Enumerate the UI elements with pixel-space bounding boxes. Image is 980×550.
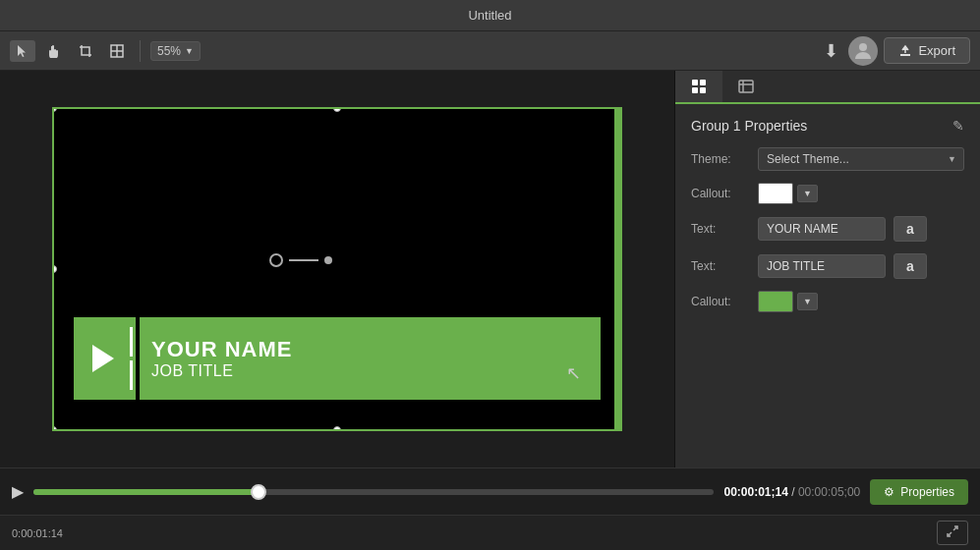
properties-btn-label: Properties	[900, 485, 954, 499]
text1-row: Text: a	[691, 216, 964, 242]
callout2-color-row: ▼	[758, 291, 818, 312]
crop-tool-btn[interactable]	[73, 40, 98, 62]
theme-select-wrapper[interactable]: Select Theme...	[758, 147, 964, 171]
main-content: YOUR NAME JOB TITLE ↖	[0, 71, 980, 468]
handle-br[interactable]	[617, 426, 622, 431]
callout1-row: Callout: ▼	[691, 183, 964, 204]
edit-icon[interactable]: ✎	[952, 118, 964, 134]
group-properties-title: Group 1 Properties	[691, 118, 807, 134]
right-panel: Group 1 Properties ✎ Theme: Select Theme…	[675, 71, 980, 468]
panel-tabs	[675, 71, 980, 104]
properties-btn[interactable]: ⚙ Properties	[870, 479, 968, 505]
handle-bc[interactable]	[333, 426, 341, 431]
timeline-progress	[33, 489, 259, 495]
export-btn[interactable]: Export	[884, 37, 970, 64]
svg-rect-10	[700, 87, 706, 93]
bar-2	[130, 360, 133, 390]
text1-font-btn[interactable]: a	[894, 216, 927, 242]
svg-rect-8	[700, 80, 706, 85]
callout1-swatch[interactable]	[758, 183, 793, 204]
play-btn[interactable]: ▶	[12, 482, 24, 501]
play-icon-area	[74, 317, 128, 400]
title-bar: Untitled	[0, 0, 980, 31]
expand-btn[interactable]	[937, 521, 968, 545]
tab-properties[interactable]	[675, 71, 722, 104]
svg-rect-7	[692, 80, 698, 85]
callout1-label: Callout:	[691, 187, 750, 200]
theme-label: Theme:	[691, 152, 750, 166]
right-accent	[614, 109, 620, 429]
motion-path	[269, 253, 332, 267]
text2-label: Text:	[691, 259, 750, 273]
timeline: ▶ 00:00:01;14 / 00:00:05;00 ⚙ Properties	[0, 468, 980, 515]
status-right	[937, 521, 968, 545]
handle-mr[interactable]	[617, 265, 622, 273]
download-btn[interactable]: ⬇	[820, 36, 842, 66]
properties-tab-icon	[691, 79, 707, 94]
select-tool-btn[interactable]	[10, 40, 35, 62]
lower-third-name: YOUR NAME	[151, 337, 589, 362]
avatar	[848, 36, 878, 66]
callout2-swatch[interactable]	[758, 291, 793, 312]
svg-rect-9	[692, 87, 698, 93]
export-label: Export	[918, 43, 955, 58]
window-title: Untitled	[468, 8, 511, 23]
lower-third-text-area: YOUR NAME JOB TITLE	[140, 317, 601, 400]
theme-select[interactable]: Select Theme...	[758, 147, 964, 171]
current-time: 00:00:01;14	[723, 485, 787, 499]
handle-tc[interactable]	[333, 107, 341, 112]
text2-font-btn[interactable]: a	[894, 253, 927, 279]
motion-circle	[269, 253, 283, 267]
theme-row: Theme: Select Theme...	[691, 147, 964, 171]
timeline-bar[interactable]	[33, 489, 714, 495]
bars-area	[128, 317, 136, 400]
zoom-level: 55%	[157, 44, 181, 58]
timeline-thumb[interactable]	[251, 484, 266, 500]
toolbar: 55% ▼ ⬇ Export	[0, 31, 980, 71]
callout2-row: Callout: ▼	[691, 291, 964, 312]
handle-tl[interactable]	[52, 107, 57, 112]
motion-dot	[324, 256, 332, 264]
time-separator: /	[791, 485, 794, 499]
hand-tool-btn[interactable]	[41, 40, 67, 62]
text1-label: Text:	[691, 222, 750, 236]
motion-line	[289, 259, 318, 261]
play-triangle-icon	[92, 345, 114, 372]
tab-media[interactable]	[722, 71, 770, 104]
text2-input[interactable]	[758, 254, 886, 278]
text1-input[interactable]	[758, 217, 886, 241]
status-bar: 0:00:01:14	[0, 515, 980, 550]
zoom-control[interactable]: 55% ▼	[150, 41, 201, 61]
callout2-dropdown-btn[interactable]: ▼	[797, 293, 818, 310]
panel-body: Group 1 Properties ✎ Theme: Select Theme…	[675, 104, 980, 468]
handle-bl[interactable]	[52, 426, 57, 431]
toolbar-separator	[140, 40, 141, 62]
lower-third-job: JOB TITLE	[151, 362, 589, 380]
panel-title-row: Group 1 Properties ✎	[691, 118, 964, 134]
bar-1	[130, 327, 133, 357]
expand-icon	[946, 524, 959, 538]
svg-rect-5	[900, 54, 910, 56]
status-time: 0:00:01:14	[12, 527, 63, 539]
svg-point-4	[859, 43, 867, 51]
media-tab-icon	[738, 79, 754, 94]
total-time: 00:00:05;00	[798, 485, 860, 499]
callout1-dropdown-btn[interactable]: ▼	[797, 185, 818, 202]
resize-tool-btn[interactable]	[104, 40, 130, 62]
svg-rect-11	[739, 81, 753, 92]
canvas-frame[interactable]: YOUR NAME JOB TITLE	[52, 107, 622, 431]
gear-icon: ⚙	[884, 485, 894, 499]
zoom-dropdown-icon: ▼	[185, 46, 194, 56]
handle-tr[interactable]	[617, 107, 622, 112]
callout2-label: Callout:	[691, 295, 750, 308]
handle-ml[interactable]	[52, 265, 57, 273]
callout1-color-row: ▼	[758, 183, 818, 204]
lower-third: YOUR NAME JOB TITLE	[74, 317, 601, 400]
svg-marker-0	[18, 45, 26, 57]
text2-row: Text: a	[691, 253, 964, 279]
time-display: 00:00:01;14 / 00:00:05;00	[723, 485, 860, 499]
canvas-area: YOUR NAME JOB TITLE ↖	[0, 71, 675, 468]
